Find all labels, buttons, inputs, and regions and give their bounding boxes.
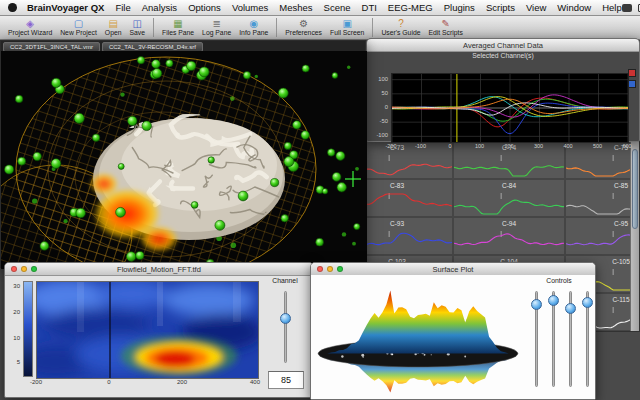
time-tick-label: 0 [97,379,121,385]
open-icon: ▤ [108,18,117,29]
apple-menu-icon[interactable] [8,3,17,12]
channel-label: C-95 [566,220,640,227]
surface-control-slider-4[interactable] [582,291,594,387]
surface-control-slider-2[interactable] [548,291,560,387]
surface-3d-plot[interactable] [313,277,523,399]
menu-dti[interactable]: DTI [362,2,377,13]
selected-channels-label: Selected Channel(s) [367,52,639,59]
slider-knob[interactable] [582,297,593,308]
channel-slider[interactable] [280,291,292,363]
menu-help[interactable]: Help [602,2,622,13]
channel-label: C-85 [566,182,640,189]
log-pane-button[interactable]: ≣Log Pane [198,16,235,39]
frequency-tick-label: 30 [5,283,20,289]
surface-window-title: Surface Plot [433,265,474,274]
preferences-button[interactable]: ⚙Preferences [281,16,326,39]
brain-3d-viewport[interactable] [1,51,367,269]
slider-knob[interactable] [565,303,576,314]
channel-waveform [366,231,452,253]
close-button[interactable] [11,266,17,272]
full-screen-icon: ▣ [342,18,351,29]
menu-meshes[interactable]: Meshes [279,2,312,13]
users-guide-icon: ? [398,18,404,29]
edit-scripts-button[interactable]: ✎Edit Scripts [424,16,466,39]
x-tick-label: 300 [529,143,549,149]
open-button[interactable]: ▤Open [101,16,126,39]
toolbar-button-label: Info Pane [239,29,268,37]
project-wizard-button[interactable]: ◈Project Wizard [4,16,56,39]
new-project-button[interactable]: ▢New Project [56,16,101,39]
plot-blue-option-button[interactable] [628,80,636,88]
channel-slider-track[interactable] [284,291,287,363]
menu-view[interactable]: View [526,2,546,13]
channel-label: C-83 [366,182,452,189]
toolbar-button-label: Save [129,29,145,37]
channel-waveform [566,193,640,215]
info-pane-button[interactable]: ◉Info Pane [235,16,272,39]
channel-waveform [566,231,640,253]
x-tick-label: 500 [588,143,608,149]
channel-cell-c-93[interactable]: C-93 [366,217,453,255]
menu-analysis[interactable]: Analysis [142,2,177,13]
x-tick-label: -100 [411,143,431,149]
channel-waveform [366,193,452,215]
close-button[interactable] [317,266,323,272]
menu-scene[interactable]: Scene [324,2,351,13]
files-pane-button[interactable]: ▦Files Pane [158,16,198,39]
erp-plot-canvas[interactable] [391,73,629,143]
menu-plugins[interactable]: Plugins [444,2,475,13]
menu-eeg-meg[interactable]: EEG-MEG [388,2,433,13]
frequency-tick-label: 10 [5,335,20,341]
brain-window-titlebar[interactable]: CC2_3DT1FL_3INC4_TAL.vmr CC2_TAL_3V-RECO… [1,41,365,51]
menu-options[interactable]: Options [188,2,221,13]
surface-control-slider-1[interactable] [531,291,543,387]
menu-app-name[interactable]: BrainVoyager QX [27,2,104,13]
channel-waveform [366,155,452,177]
new-project-icon: ▢ [74,18,83,29]
minimize-button[interactable] [21,266,27,272]
channel-grid-scrollbar[interactable] [630,141,639,331]
toolbar-button-label: Full Screen [330,29,364,37]
slider-knob[interactable] [531,299,542,310]
toolbar-button-label: New Project [60,29,97,37]
x-tick-label: 600 [617,143,637,149]
desktop: BrainVoyager QX FileAnalysisOptionsVolum… [0,0,640,400]
channel-cell-c-83[interactable]: C-83 [366,179,453,217]
files-pane-icon: ▦ [173,18,182,29]
minimize-button[interactable] [327,266,333,272]
brain-3d-window: CC2_3DT1FL_3INC4_TAL.vmr CC2_TAL_3V-RECO… [0,40,366,268]
time-tick-label: 200 [170,379,194,385]
channel-value-box[interactable]: 85 [268,371,304,389]
menu-file[interactable]: File [115,2,130,13]
channel-waveform [454,231,564,253]
preferences-icon: ⚙ [299,18,308,29]
menu-volumes[interactable]: Volumes [232,2,268,13]
full-screen-button[interactable]: ▣Full Screen [326,16,368,39]
display-status-icon[interactable] [622,4,632,12]
menu-items: FileAnalysisOptionsVolumesMeshesSceneDTI… [115,2,621,13]
channel-slider-knob[interactable] [280,313,291,324]
slider-knob[interactable] [548,295,559,306]
channel-waveform [454,155,564,177]
window-controls [11,266,37,272]
scrollbar-thumb[interactable] [632,149,638,229]
toolbar-button-label: User's Guide [381,29,420,37]
info-pane-icon: ◉ [249,18,258,29]
channel-cell-c-95[interactable]: C-95 [565,217,640,255]
y-tick-label: -50 [368,118,388,124]
time-frequency-heatmap[interactable] [36,281,259,379]
surface-control-slider-3[interactable] [565,291,577,387]
channel-cell-c-84[interactable]: C-84 [453,179,565,217]
save-button[interactable]: ◫Save [125,16,149,39]
menu-window[interactable]: Window [557,2,591,13]
averaged-window-title: Averaged Channel Data [463,41,543,50]
user-s-guide-button[interactable]: ?User's Guide [377,16,424,39]
menu-scripts[interactable]: Scripts [486,2,515,13]
zoom-button[interactable] [31,266,37,272]
zoom-button[interactable] [337,266,343,272]
channel-cell-c-85[interactable]: C-85 [565,179,640,217]
flowfield-content: 3020105 [5,275,313,397]
plot-red-option-button[interactable] [628,69,636,77]
channel-label: C-84 [454,182,564,189]
channel-cell-c-94[interactable]: C-94 [453,217,565,255]
